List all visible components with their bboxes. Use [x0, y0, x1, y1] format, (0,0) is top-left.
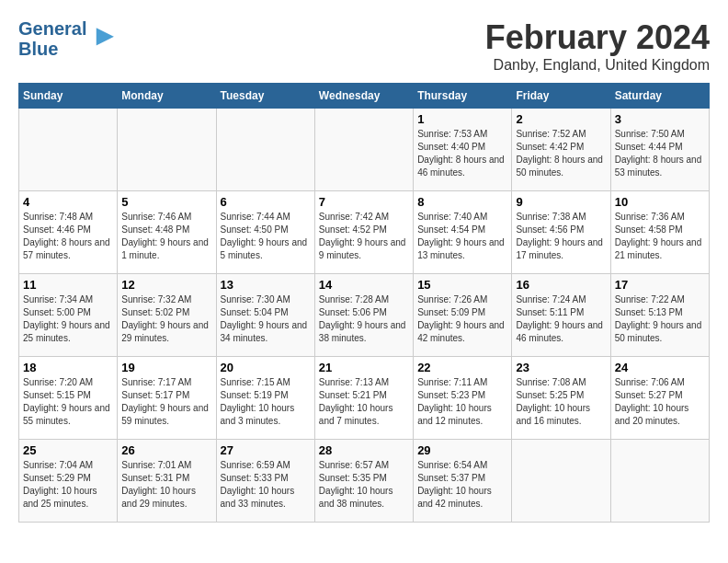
table-row: 1Sunrise: 7:53 AM Sunset: 4:40 PM Daylig…: [414, 109, 512, 191]
calendar-table: Sunday Monday Tuesday Wednesday Thursday…: [18, 83, 710, 523]
calendar-week-row: 4Sunrise: 7:48 AM Sunset: 4:46 PM Daylig…: [19, 191, 710, 274]
calendar-week-row: 1Sunrise: 7:53 AM Sunset: 4:40 PM Daylig…: [19, 109, 710, 191]
table-row: 14Sunrise: 7:28 AM Sunset: 5:06 PM Dayli…: [314, 274, 413, 357]
day-number: 23: [516, 361, 606, 374]
header-tuesday: Tuesday: [216, 84, 314, 109]
month-year-title: February 2024: [485, 18, 710, 57]
day-info: Sunrise: 7:20 AM Sunset: 5:15 PM Dayligh…: [23, 376, 113, 428]
table-row: 10Sunrise: 7:36 AM Sunset: 4:58 PM Dayli…: [610, 191, 709, 274]
day-number: 21: [319, 361, 409, 374]
day-number: 28: [319, 443, 409, 457]
logo: General Blue ►: [18, 18, 119, 59]
table-row: 4Sunrise: 7:48 AM Sunset: 4:46 PM Daylig…: [19, 191, 118, 274]
header-wednesday: Wednesday: [314, 84, 413, 109]
table-row: 3Sunrise: 7:50 AM Sunset: 4:44 PM Daylig…: [610, 109, 709, 191]
day-number: 7: [319, 195, 409, 209]
table-row: 15Sunrise: 7:26 AM Sunset: 5:09 PM Dayli…: [414, 274, 512, 357]
day-number: 18: [23, 361, 113, 374]
day-number: 2: [516, 112, 606, 126]
header-sunday: Sunday: [19, 84, 118, 109]
day-info: Sunrise: 7:50 AM Sunset: 4:44 PM Dayligh…: [615, 128, 705, 179]
day-info: Sunrise: 7:30 AM Sunset: 5:04 PM Dayligh…: [221, 293, 311, 345]
day-number: 16: [516, 278, 606, 292]
day-number: 25: [23, 443, 113, 457]
day-number: 6: [221, 195, 311, 209]
calendar-week-row: 25Sunrise: 7:04 AM Sunset: 5:29 PM Dayli…: [19, 440, 710, 523]
day-number: 22: [417, 361, 507, 374]
day-number: 10: [615, 195, 705, 209]
table-row: [512, 440, 610, 523]
day-info: Sunrise: 7:06 AM Sunset: 5:27 PM Dayligh…: [615, 376, 705, 428]
day-number: 27: [221, 443, 311, 457]
day-number: 9: [516, 195, 606, 209]
day-number: 20: [221, 361, 311, 374]
day-info: Sunrise: 6:57 AM Sunset: 5:35 PM Dayligh…: [319, 459, 409, 511]
day-info: Sunrise: 7:24 AM Sunset: 5:11 PM Dayligh…: [516, 293, 606, 345]
day-number: 17: [615, 278, 705, 292]
table-row: 22Sunrise: 7:11 AM Sunset: 5:23 PM Dayli…: [414, 357, 512, 440]
day-number: 11: [23, 278, 113, 292]
table-row: 21Sunrise: 7:13 AM Sunset: 5:21 PM Dayli…: [314, 357, 413, 440]
day-info: Sunrise: 7:36 AM Sunset: 4:58 PM Dayligh…: [615, 211, 705, 262]
day-info: Sunrise: 7:46 AM Sunset: 4:48 PM Dayligh…: [121, 211, 211, 262]
table-row: 16Sunrise: 7:24 AM Sunset: 5:11 PM Dayli…: [512, 274, 610, 357]
table-row: 27Sunrise: 6:59 AM Sunset: 5:33 PM Dayli…: [216, 440, 314, 523]
table-row: 6Sunrise: 7:44 AM Sunset: 4:50 PM Daylig…: [216, 191, 314, 274]
day-number: 3: [615, 112, 705, 126]
day-info: Sunrise: 7:11 AM Sunset: 5:23 PM Dayligh…: [417, 376, 507, 428]
table-row: 9Sunrise: 7:38 AM Sunset: 4:56 PM Daylig…: [512, 191, 610, 274]
table-row: 23Sunrise: 7:08 AM Sunset: 5:25 PM Dayli…: [512, 357, 610, 440]
table-row: 7Sunrise: 7:42 AM Sunset: 4:52 PM Daylig…: [314, 191, 413, 274]
day-info: Sunrise: 7:01 AM Sunset: 5:31 PM Dayligh…: [121, 459, 211, 511]
table-row: 8Sunrise: 7:40 AM Sunset: 4:54 PM Daylig…: [414, 191, 512, 274]
day-number: 1: [417, 112, 507, 126]
day-info: Sunrise: 7:15 AM Sunset: 5:19 PM Dayligh…: [221, 376, 311, 428]
day-info: Sunrise: 7:40 AM Sunset: 4:54 PM Dayligh…: [417, 211, 507, 262]
calendar-week-row: 18Sunrise: 7:20 AM Sunset: 5:15 PM Dayli…: [19, 357, 710, 440]
day-info: Sunrise: 7:04 AM Sunset: 5:29 PM Dayligh…: [23, 459, 113, 511]
day-number: 15: [417, 278, 507, 292]
table-row: 19Sunrise: 7:17 AM Sunset: 5:17 PM Dayli…: [118, 357, 216, 440]
table-row: 28Sunrise: 6:57 AM Sunset: 5:35 PM Dayli…: [314, 440, 413, 523]
day-info: Sunrise: 6:59 AM Sunset: 5:33 PM Dayligh…: [221, 459, 311, 511]
day-number: 12: [121, 278, 211, 292]
day-number: 19: [121, 361, 211, 374]
day-number: 13: [221, 278, 311, 292]
day-info: Sunrise: 7:48 AM Sunset: 4:46 PM Dayligh…: [23, 211, 113, 262]
header-thursday: Thursday: [414, 84, 512, 109]
day-info: Sunrise: 7:44 AM Sunset: 4:50 PM Dayligh…: [221, 211, 311, 262]
table-row: 25Sunrise: 7:04 AM Sunset: 5:29 PM Dayli…: [19, 440, 118, 523]
logo-text-general: General: [18, 18, 86, 39]
location-text: Danby, England, United Kingdom: [485, 57, 710, 74]
calendar-week-row: 11Sunrise: 7:34 AM Sunset: 5:00 PM Dayli…: [19, 274, 710, 357]
day-number: 24: [615, 361, 705, 374]
table-row: 29Sunrise: 6:54 AM Sunset: 5:37 PM Dayli…: [414, 440, 512, 523]
day-number: 26: [121, 443, 211, 457]
table-row: [118, 109, 216, 191]
calendar-header-row: Sunday Monday Tuesday Wednesday Thursday…: [19, 84, 710, 109]
table-row: 2Sunrise: 7:52 AM Sunset: 4:42 PM Daylig…: [512, 109, 610, 191]
day-info: Sunrise: 7:42 AM Sunset: 4:52 PM Dayligh…: [319, 211, 409, 262]
table-row: 12Sunrise: 7:32 AM Sunset: 5:02 PM Dayli…: [118, 274, 216, 357]
day-info: Sunrise: 7:53 AM Sunset: 4:40 PM Dayligh…: [417, 128, 507, 179]
table-row: 5Sunrise: 7:46 AM Sunset: 4:48 PM Daylig…: [118, 191, 216, 274]
logo-bird-icon: ►: [90, 18, 119, 52]
day-number: 14: [319, 278, 409, 292]
day-info: Sunrise: 7:52 AM Sunset: 4:42 PM Dayligh…: [516, 128, 606, 179]
table-row: 17Sunrise: 7:22 AM Sunset: 5:13 PM Dayli…: [610, 274, 709, 357]
day-info: Sunrise: 6:54 AM Sunset: 5:37 PM Dayligh…: [417, 459, 507, 511]
header-friday: Friday: [512, 84, 610, 109]
day-info: Sunrise: 7:34 AM Sunset: 5:00 PM Dayligh…: [23, 293, 113, 345]
page-header: General Blue ► February 2024 Danby, Engl…: [18, 18, 710, 74]
table-row: [314, 109, 413, 191]
table-row: [216, 109, 314, 191]
table-row: 11Sunrise: 7:34 AM Sunset: 5:00 PM Dayli…: [19, 274, 118, 357]
day-info: Sunrise: 7:13 AM Sunset: 5:21 PM Dayligh…: [319, 376, 409, 428]
day-info: Sunrise: 7:17 AM Sunset: 5:17 PM Dayligh…: [121, 376, 211, 428]
header-saturday: Saturday: [610, 84, 709, 109]
day-info: Sunrise: 7:08 AM Sunset: 5:25 PM Dayligh…: [516, 376, 606, 428]
day-info: Sunrise: 7:28 AM Sunset: 5:06 PM Dayligh…: [319, 293, 409, 345]
table-row: 20Sunrise: 7:15 AM Sunset: 5:19 PM Dayli…: [216, 357, 314, 440]
title-section: February 2024 Danby, England, United Kin…: [485, 18, 710, 74]
day-number: 29: [417, 443, 507, 457]
